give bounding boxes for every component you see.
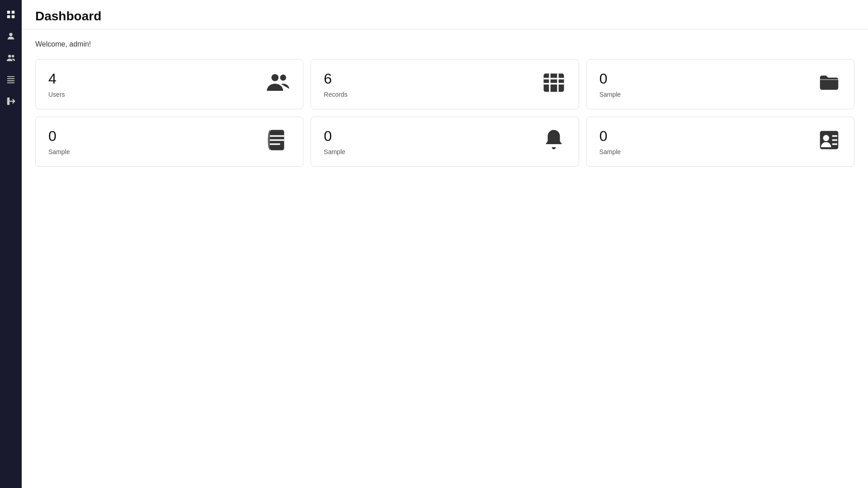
svg-rect-7 xyxy=(7,76,15,77)
table-icon xyxy=(542,70,566,100)
sample1-card: 0 Sample xyxy=(586,59,854,109)
page-title: Dashboard xyxy=(35,9,854,23)
sample3-value: 0 xyxy=(324,128,566,145)
sidebar-item-dashboard[interactable] xyxy=(2,5,20,23)
svg-point-13 xyxy=(280,75,287,81)
bell-icon xyxy=(542,128,566,157)
sample2-label: Sample xyxy=(48,148,290,155)
people-icon xyxy=(266,70,290,100)
sample3-card: 0 Sample xyxy=(311,117,579,167)
svg-point-24 xyxy=(823,135,829,141)
cards-grid: 4 Users 6 Records xyxy=(35,59,854,167)
svg-point-5 xyxy=(8,55,11,57)
sample4-card: 0 Sample xyxy=(586,117,854,167)
svg-rect-3 xyxy=(12,15,14,18)
content-area: Welcome, admin! 4 Users 6 Records xyxy=(22,29,868,178)
welcome-message: Welcome, admin! xyxy=(35,40,854,48)
svg-rect-9 xyxy=(7,80,15,81)
main-content: Dashboard Welcome, admin! 4 Users xyxy=(22,0,868,488)
page-header: Dashboard xyxy=(22,0,868,29)
sample2-card: 0 Sample xyxy=(35,117,303,167)
sample1-label: Sample xyxy=(599,91,841,98)
sample2-value: 0 xyxy=(48,128,290,145)
records-value: 6 xyxy=(324,70,566,87)
sample3-label: Sample xyxy=(324,148,566,155)
svg-point-12 xyxy=(272,74,279,81)
svg-rect-14 xyxy=(543,74,564,92)
sample4-value: 0 xyxy=(599,128,841,145)
svg-rect-1 xyxy=(12,11,14,14)
sample1-value: 0 xyxy=(599,70,841,87)
svg-rect-8 xyxy=(7,78,15,79)
sidebar-item-records[interactable] xyxy=(2,70,20,89)
svg-point-6 xyxy=(12,55,14,58)
svg-rect-2 xyxy=(7,15,10,18)
sidebar xyxy=(0,0,22,488)
svg-point-4 xyxy=(9,33,12,36)
book-icon xyxy=(266,128,290,157)
sidebar-item-user[interactable] xyxy=(2,27,20,45)
contact-icon xyxy=(817,128,841,157)
users-value: 4 xyxy=(48,70,290,87)
svg-rect-10 xyxy=(7,82,15,83)
sidebar-item-group[interactable] xyxy=(2,49,20,67)
svg-rect-0 xyxy=(7,11,10,14)
records-label: Records xyxy=(324,91,566,98)
users-card: 4 Users xyxy=(35,59,303,109)
sidebar-item-export[interactable] xyxy=(2,92,20,110)
users-label: Users xyxy=(48,91,290,98)
sample4-label: Sample xyxy=(599,148,841,155)
records-card: 6 Records xyxy=(311,59,579,109)
folder-icon xyxy=(817,70,841,100)
